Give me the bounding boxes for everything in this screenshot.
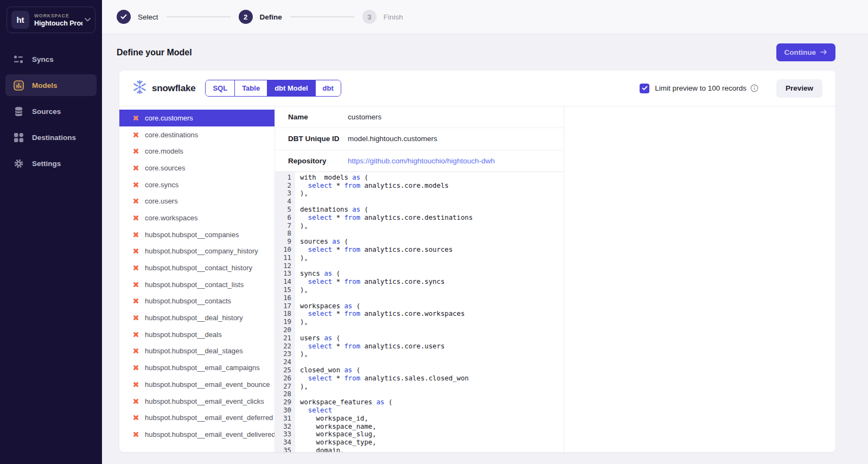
code-line: ), [300,286,564,294]
model-list-item[interactable]: hubspot.hubspot__email_event_delivered [119,426,275,443]
workspace-switcher[interactable]: ht WORKSPACE Hightouch Produ... [7,7,95,33]
model-list-item[interactable]: hubspot.hubspot__email_event_deferred [119,409,275,426]
model-name: hubspot.hubspot__deal_stages [145,347,243,355]
stepper-circle: 2 [239,10,253,24]
line-number: 3 [275,189,291,198]
code-line: ), [300,350,564,358]
line-number: 33 [275,430,291,438]
model-list-item[interactable]: hubspot.hubspot__email_campaigns [119,359,275,376]
model-name: core.customers [145,114,193,122]
model-list-item[interactable]: core.workspaces [119,209,275,226]
model-list-item[interactable]: hubspot.hubspot__contact_lists [119,276,275,293]
line-number: 12 [275,262,291,270]
tab-table[interactable]: Table [235,80,267,96]
stepper-step-define[interactable]: 2Define [239,10,282,24]
tab-sql[interactable]: SQL [206,80,235,96]
sidebar-item-label: Settings [32,160,61,168]
code-line: with models as ( [300,174,564,182]
source-badge: snowflake [132,80,195,97]
workspace-name: Hightouch Produ... [34,20,82,27]
sidebar-item-models[interactable]: Models [5,74,97,96]
code-line [300,326,564,334]
code-line [300,358,564,366]
dbt-icon [132,314,139,321]
sidebar-item-destinations[interactable]: Destinations [5,126,97,148]
sidebar-item-settings[interactable]: Settings [5,152,97,174]
dbt-icon [132,115,139,122]
editor-code[interactable]: with models as ( select * from analytics… [295,172,564,452]
line-number: 20 [275,326,291,334]
model-list: core.customerscore.destinationscore.mode… [119,106,275,452]
model-list-item[interactable]: core.syncs [119,176,275,193]
repository-link[interactable]: https://github.com/hightouchio/hightouch… [348,157,495,165]
line-number: 2 [275,182,291,190]
snowflake-icon [132,80,147,97]
info-icon[interactable] [750,84,758,92]
model-name: core.syncs [145,181,178,189]
model-name: hubspot.hubspot__email_event_delivered [145,430,275,438]
detail-label: DBT Unique ID [288,135,348,143]
code-line [300,198,564,206]
tab-dbt[interactable]: dbt [316,80,341,96]
model-list-item[interactable]: core.users [119,193,275,209]
model-list-item[interactable]: core.sources [119,160,275,176]
preview-button[interactable]: Preview [776,79,822,98]
dbt-icon [132,131,139,138]
model-name: hubspot.hubspot__email_event_bounce [145,380,270,389]
model-list-item[interactable]: hubspot.hubspot__deal_stages [119,343,275,360]
sidebar: ht WORKSPACE Hightouch Produ... SyncsMod… [0,0,102,464]
model-name: hubspot.hubspot__email_event_clicks [145,397,264,405]
detail-label: Repository [288,157,348,165]
dbt-icon [132,148,139,155]
stepper-connector [290,16,354,17]
line-number: 15 [275,286,291,294]
line-number: 11 [275,254,291,262]
settings-icon [14,158,24,169]
model-list-item[interactable]: hubspot.hubspot__contact_history [119,259,275,276]
stepper-connector [167,16,231,17]
stepper-circle: 3 [362,10,376,24]
code-line: closed_won as ( [300,366,564,374]
line-number: 4 [275,198,291,206]
model-list-item[interactable]: hubspot.hubspot__contacts [119,293,275,310]
limit-preview-checkbox[interactable] [640,84,649,93]
stepper-label: Finish [384,13,403,21]
model-list-item[interactable]: hubspot.hubspot__email_event_clicks [119,393,275,410]
sql-editor[interactable]: 1234567891011121314151617181920212223242… [275,172,564,452]
code-line: select * from analytics.core.destination… [300,214,564,222]
line-number: 30 [275,406,291,415]
check-icon [117,10,131,24]
model-card: snowflake SQLTabledbt Modeldbt Limit pre… [119,71,835,452]
code-line [300,294,564,302]
dbt-icon [132,347,139,354]
model-list-item[interactable]: hubspot.hubspot__email_event_bounce [119,376,275,393]
model-list-item[interactable]: hubspot.hubspot__deals [119,326,275,343]
sidebar-item-sources[interactable]: Sources [5,100,97,122]
line-number: 34 [275,438,291,447]
code-line: syncs as ( [300,270,564,278]
model-list-item[interactable]: hubspot.hubspot__company_history [119,243,275,260]
code-line: sources as ( [300,238,564,246]
stepper-step-select[interactable]: Select [117,10,158,24]
line-number: 35 [275,447,291,452]
stepper-step-finish[interactable]: 3Finish [362,10,403,24]
line-number: 8 [275,230,291,238]
model-list-item[interactable]: core.customers [119,110,275,126]
dbt-icon [132,264,139,271]
model-list-item[interactable]: core.models [119,143,275,160]
model-list-item[interactable]: core.destinations [119,126,275,143]
model-detail-column: NamecustomersDBT Unique IDmodel.hightouc… [275,106,564,452]
tab-dbt-model[interactable]: dbt Model [267,80,315,96]
line-number: 16 [275,294,291,302]
code-line: workspace_name, [300,423,564,431]
code-line [300,390,564,398]
code-line: workspace_id, [300,415,564,423]
model-list-item[interactable]: hubspot.hubspot__deal_history [119,309,275,326]
code-line: workspace_slug, [300,430,564,438]
continue-button[interactable]: Continue [776,43,836,61]
card-body: core.customerscore.destinationscore.mode… [119,106,835,452]
sidebar-item-syncs[interactable]: Syncs [5,48,97,70]
code-line: workspace_features as ( [300,398,564,406]
model-list-item[interactable]: hubspot.hubspot__companies [119,226,275,243]
line-number: 7 [275,222,291,230]
